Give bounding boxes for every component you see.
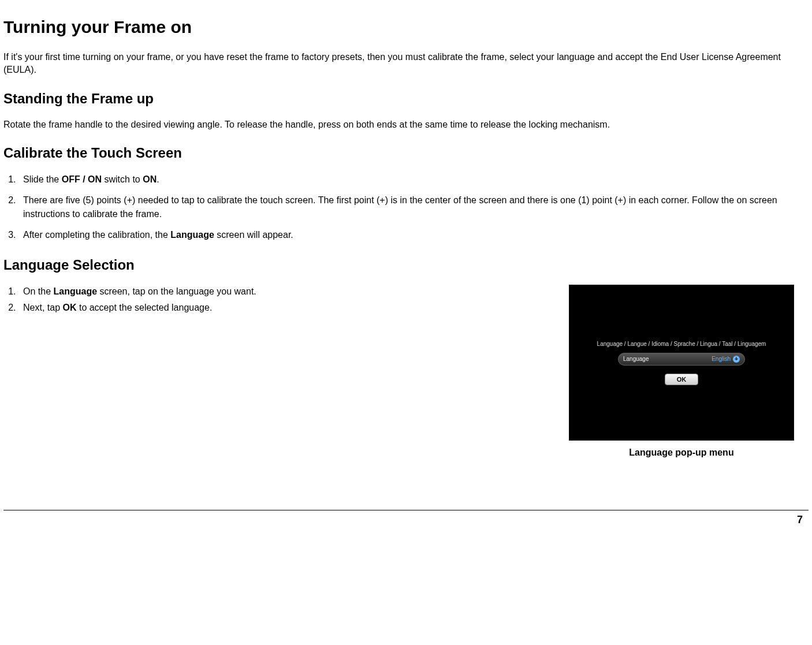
language-row-value: English + xyxy=(712,356,740,363)
text-fragment: . xyxy=(157,174,159,184)
text-fragment: After completing the calibration, the xyxy=(23,230,170,240)
left-column: On the Language screen, tap on the langu… xyxy=(3,285,531,458)
language-row-label: Language xyxy=(623,356,649,362)
page-number: 7 xyxy=(797,514,809,525)
bold-text: OK xyxy=(62,303,76,312)
calibrate-list: Slide the OFF / ON switch to ON. There a… xyxy=(18,173,809,242)
list-item: After completing the calibration, the La… xyxy=(18,228,809,242)
bold-text: Language xyxy=(53,286,97,296)
standing-body: Rotate the frame handle to the desired v… xyxy=(3,118,809,131)
text-fragment: On the xyxy=(23,286,53,296)
text-fragment: to accept the selected language. xyxy=(76,303,212,312)
ok-button[interactable]: OK xyxy=(665,374,698,385)
device-title-line: Language / Langue / Idioma / Sprache / L… xyxy=(597,341,766,347)
list-item: Next, tap OK to accept the selected lang… xyxy=(18,301,531,315)
list-item: Slide the OFF / ON switch to ON. xyxy=(18,173,809,187)
list-item: There are five (5) points (+) needed to … xyxy=(18,193,809,221)
page-footer: 7 xyxy=(3,510,809,526)
list-item: On the Language screen, tap on the langu… xyxy=(18,285,531,299)
right-column: Language / Langue / Idioma / Sprache / L… xyxy=(554,285,809,458)
page-title: Turning your Frame on xyxy=(3,17,809,37)
calibrate-heading: Calibrate the Touch Screen xyxy=(3,145,809,161)
text-fragment: Slide the xyxy=(23,174,62,184)
manual-page: Turning your Frame on If it's your first… xyxy=(0,0,812,538)
two-column-row: On the Language screen, tap on the langu… xyxy=(3,285,809,458)
bold-text: Language xyxy=(170,230,214,240)
intro-paragraph: If it's your first time turning on your … xyxy=(3,51,809,77)
bold-text: ON xyxy=(143,174,157,184)
bold-text: OFF / ON xyxy=(62,174,102,184)
language-value-text: English xyxy=(712,356,731,362)
language-heading: Language Selection xyxy=(3,257,809,273)
text-fragment: screen will appear. xyxy=(214,230,293,240)
text-fragment: Next, tap xyxy=(23,303,62,312)
text-fragment: There are five (5) points (+) needed to … xyxy=(23,195,777,219)
plus-icon[interactable]: + xyxy=(733,356,740,363)
text-fragment: switch to xyxy=(102,174,143,184)
figure-caption: Language pop-up menu xyxy=(554,448,809,458)
language-list: On the Language screen, tap on the langu… xyxy=(18,285,531,315)
device-screenshot: Language / Langue / Idioma / Sprache / L… xyxy=(569,285,794,441)
text-fragment: screen, tap on the language you want. xyxy=(97,286,256,296)
language-selector-row[interactable]: Language English + xyxy=(618,353,745,366)
standing-heading: Standing the Frame up xyxy=(3,91,809,107)
